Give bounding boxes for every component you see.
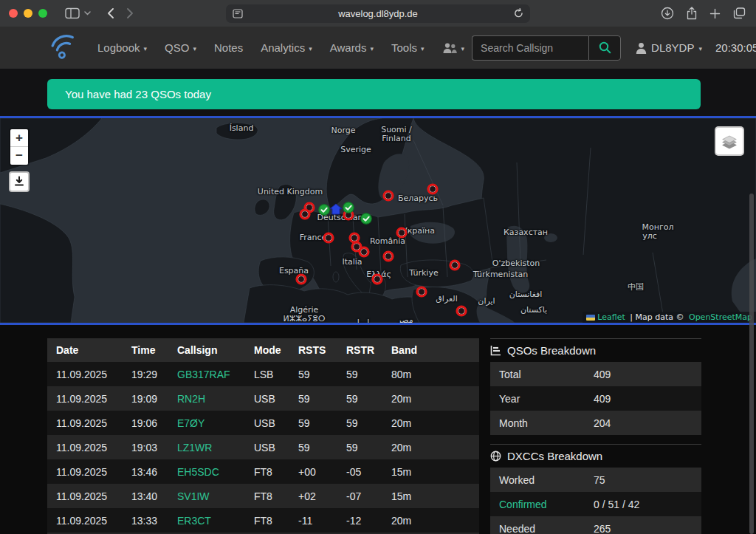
nav-item-label: QSO [165, 41, 189, 54]
map-label: العراق [436, 294, 457, 304]
qso-callsign[interactable]: EH5SDC [168, 459, 245, 484]
stat-label: Worked [490, 474, 594, 486]
map-download-button[interactable] [9, 171, 30, 192]
openstreetmap-link[interactable]: OpenStreetMap [689, 312, 752, 322]
dropdown-caret-icon: ▾ [698, 45, 702, 52]
recent-qsos-table: DateTimeCallsignModeRSTSRSTRBand 11.09.2… [47, 338, 479, 534]
search-button[interactable] [588, 35, 621, 61]
nav-item-label: Tools [391, 41, 417, 54]
stat-label: Month [490, 417, 594, 429]
window-zoom-button[interactable] [38, 9, 47, 18]
qso-marker-red[interactable] [382, 250, 395, 263]
map-zoom-control: + − [9, 128, 30, 166]
window-close-button[interactable] [9, 9, 18, 18]
share-icon[interactable] [686, 7, 698, 20]
downloads-icon[interactable] [661, 7, 674, 20]
nav-item-notes[interactable]: Notes [214, 41, 243, 54]
map-label: O'zbekiston [492, 259, 540, 268]
map-layers-button[interactable] [715, 126, 744, 156]
qso-callsign[interactable]: SV1IW [168, 484, 245, 508]
user-menu[interactable]: DL8YDP ▾ [636, 41, 702, 54]
qso-rsts: +00 [289, 459, 337, 484]
forward-button[interactable] [127, 8, 134, 18]
traffic-lights [9, 9, 47, 18]
window-minimize-button[interactable] [24, 9, 32, 18]
nav-item-logbook[interactable]: Logbook▾ [97, 41, 147, 54]
qso-row[interactable]: 11.09.202519:06E7ØYUSB595920m [47, 411, 479, 435]
alert-strip: You have had 23 QSOs today [0, 69, 756, 116]
qso-marker-red[interactable] [323, 232, 335, 244]
qso-band: 20m [382, 435, 479, 459]
qso-row[interactable]: 11.09.202513:46EH5SDCFT8+00-0515m [47, 459, 479, 484]
app-window: wavelog.dl8ydp.de [0, 0, 756, 534]
nav-menu: Logbook▾QSO▾NotesAnalytics▾Awards▾Tools▾ [97, 41, 442, 54]
page-scrollbar[interactable] [749, 194, 754, 534]
qso-band: 80m [382, 362, 479, 386]
qso-time: 19:06 [123, 411, 168, 435]
map-label: Казахстан [504, 227, 548, 237]
nav-item-awards[interactable]: Awards▾ [330, 41, 374, 54]
back-button[interactable] [107, 8, 114, 18]
qso-marker-red[interactable] [427, 183, 439, 196]
qso-marker-confirmed-green[interactable] [343, 202, 355, 214]
map-attribution: Leaflet | Map data © OpenStreetMap [583, 312, 756, 323]
column-header-rstr: RSTR [337, 338, 382, 362]
stat-label: Year [490, 393, 594, 405]
qso-callsign[interactable]: LZ1WR [168, 435, 245, 459]
stat-label: Needed [490, 523, 594, 534]
search-input[interactable] [472, 35, 588, 61]
qso-marker-red[interactable] [358, 246, 371, 259]
qso-marker-red[interactable] [299, 208, 312, 221]
nav-item-analytics[interactable]: Analytics▾ [261, 41, 312, 54]
sidebar-toggle-icon[interactable] [65, 7, 80, 19]
qso-mode: LSB [245, 362, 289, 386]
qso-row[interactable]: 11.09.202519:29GB317RAFLSB595980m [47, 362, 479, 386]
user-icon [636, 42, 647, 54]
qso-map[interactable]: ÍslandNorgeSuomi /FinlandSverigeUnited K… [0, 118, 756, 323]
qso-callsign[interactable]: RN2H [168, 386, 245, 411]
new-tab-icon[interactable] [709, 8, 721, 19]
qso-marker-red[interactable] [396, 227, 408, 239]
map-label: Sverige [340, 145, 371, 154]
qso-marker-red[interactable] [449, 259, 461, 272]
qso-marker-red[interactable] [456, 305, 468, 318]
browser-titlebar: wavelog.dl8ydp.de [0, 0, 756, 27]
stat-label[interactable]: Confirmed [490, 499, 594, 510]
reload-button[interactable] [514, 8, 523, 21]
qso-rstr: 59 [337, 435, 382, 459]
zoom-in-button[interactable]: + [10, 129, 28, 147]
qso-rstr: 59 [337, 386, 382, 411]
nav-item-qso[interactable]: QSO▾ [165, 41, 196, 54]
qso-marker-confirmed-green[interactable] [360, 213, 373, 225]
qso-marker-red[interactable] [416, 286, 428, 298]
qso-marker-red[interactable] [382, 190, 395, 202]
website-settings-icon[interactable] [233, 9, 243, 21]
leaflet-link[interactable]: Leaflet [597, 312, 625, 322]
qso-row[interactable]: 11.09.202519:03LZ1WRUSB595920m [47, 435, 479, 459]
qso-time: 19:03 [123, 435, 168, 459]
dashboard-content: DateTimeCallsignModeRSTSRSTRBand 11.09.2… [0, 325, 756, 534]
qso-row[interactable]: 11.09.202513:40SV1IWFT8+02-0715m [47, 484, 479, 508]
qso-marker-red[interactable] [371, 273, 384, 286]
sidebar-chevron-icon[interactable] [84, 11, 91, 16]
qso-marker-red[interactable] [295, 273, 308, 286]
qso-row[interactable]: 11.09.202513:33ER3CTFT8-11-1220m [47, 508, 479, 533]
home-station-marker[interactable] [329, 203, 343, 216]
layers-icon [719, 131, 740, 151]
qso-row[interactable]: 11.09.202519:09RN2HUSB595920m [47, 386, 479, 411]
map-label: Ísland [230, 123, 254, 133]
nav-item-station-menu[interactable]: ▾ [442, 42, 465, 54]
map-label: مصر [397, 315, 413, 324]
qso-rsts: -11 [289, 508, 337, 533]
url-text: wavelog.dl8ydp.de [338, 8, 418, 19]
tab-overview-icon[interactable] [732, 7, 746, 19]
dropdown-caret-icon: ▾ [144, 45, 148, 52]
zoom-out-button[interactable]: − [10, 147, 28, 165]
qso-rsts: 59 [289, 435, 337, 459]
nav-item-tools[interactable]: Tools▾ [391, 41, 425, 54]
wavelog-logo[interactable] [49, 33, 80, 63]
qso-callsign[interactable]: E7ØY [168, 411, 245, 435]
qso-callsign[interactable]: GB317RAF [168, 362, 245, 386]
address-bar[interactable]: wavelog.dl8ydp.de [226, 4, 530, 23]
qso-callsign[interactable]: ER3CT [168, 508, 245, 533]
